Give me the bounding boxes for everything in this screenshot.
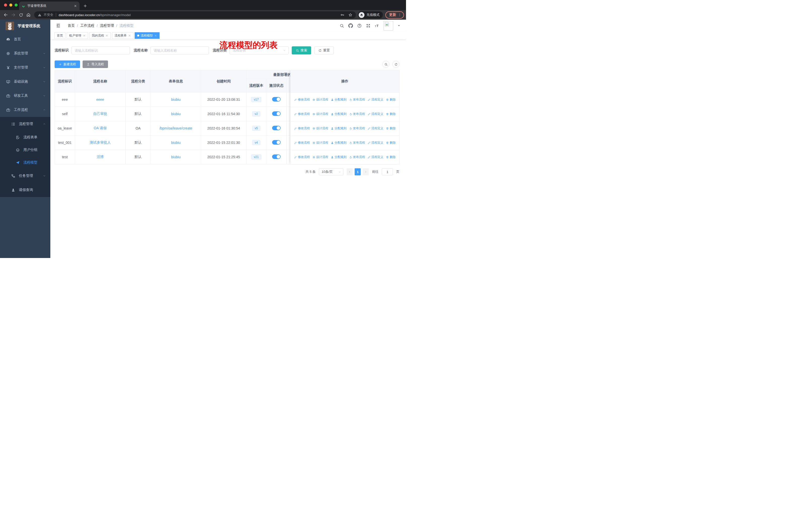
sidebar-item-user-group[interactable]: 用户分组 (0, 144, 50, 156)
bookmark-star-icon[interactable] (348, 13, 352, 17)
action-assign[interactable]: 分配规则 (331, 155, 347, 159)
breadcrumb-item[interactable]: 首页 (68, 23, 75, 28)
caret-down-icon[interactable] (398, 24, 401, 27)
reset-button[interactable]: 重置 (314, 46, 334, 54)
window-minimize-button[interactable] (9, 3, 12, 6)
form-info-link[interactable]: biubiu (171, 112, 180, 116)
action-edit[interactable]: 修改流程 (294, 126, 310, 131)
form-info-link[interactable]: biubiu (171, 155, 180, 159)
sidebar-item-workflow[interactable]: 工作流程 (0, 103, 50, 117)
active-toggle[interactable] (272, 155, 281, 159)
action-assign[interactable]: 分配规则 (331, 98, 347, 102)
action-delete[interactable]: 删除 (386, 112, 396, 116)
back-icon[interactable] (2, 11, 9, 19)
action-edit[interactable]: 修改流程 (294, 98, 310, 102)
breadcrumb-item[interactable]: 流程管理 (100, 23, 114, 28)
process-name-link[interactable]: 滔博 (97, 155, 104, 159)
tag-tenant[interactable]: 租户管理 (67, 32, 88, 39)
tab-close-icon[interactable] (74, 4, 77, 7)
new-tab-button[interactable] (83, 4, 87, 8)
key-icon[interactable] (340, 13, 344, 17)
search-icon[interactable] (340, 23, 344, 28)
action-edit[interactable]: 修改流程 (294, 155, 310, 159)
next-page-button[interactable] (363, 168, 369, 175)
action-publish[interactable]: 发布流程 (349, 112, 365, 116)
forward-icon[interactable] (9, 11, 17, 19)
close-icon[interactable] (106, 34, 108, 37)
action-design[interactable]: 设计流程 (312, 141, 328, 145)
action-publish[interactable]: 发布流程 (349, 126, 365, 131)
action-design[interactable]: 设计流程 (312, 112, 328, 116)
refresh-table-button[interactable] (393, 61, 400, 68)
action-publish[interactable]: 发布流程 (349, 155, 365, 159)
active-toggle[interactable] (272, 111, 281, 116)
action-definition[interactable]: 流程定义 (368, 112, 383, 116)
close-icon[interactable] (128, 34, 131, 37)
current-page[interactable]: 1 (355, 168, 361, 175)
action-definition[interactable]: 流程定义 (368, 126, 383, 131)
toggle-search-button[interactable] (382, 61, 389, 68)
menu-fold-icon[interactable] (56, 23, 61, 28)
table-scroll-area[interactable]: 流程标识 流程名称 流程分类 表单信息 创建时间 最新部署的流程定义 流程版本 … (55, 70, 290, 164)
sidebar-item-process-form[interactable]: 流程表单 (0, 131, 50, 144)
process-name-link[interactable]: 测试多审批人 (90, 140, 111, 144)
action-definition[interactable]: 流程定义 (368, 98, 383, 102)
github-icon[interactable] (348, 23, 353, 28)
action-delete[interactable]: 删除 (386, 98, 396, 102)
avatar[interactable] (384, 21, 393, 30)
app-logo[interactable]: 芋道管理系统 (0, 20, 50, 32)
action-assign[interactable]: 分配规则 (331, 112, 347, 116)
process-name-link[interactable]: OA 请假 (94, 126, 107, 130)
window-zoom-button[interactable] (14, 3, 18, 6)
action-design[interactable]: 设计流程 (312, 126, 328, 131)
update-button[interactable]: 更新 (385, 11, 404, 19)
action-assign[interactable]: 分配规则 (331, 141, 347, 145)
action-design[interactable]: 设计流程 (312, 155, 328, 159)
action-publish[interactable]: 发布流程 (349, 98, 365, 102)
address-bar[interactable]: 不安全 dashboard.yudao.iocoder.cn/bpm/manag… (34, 11, 356, 19)
action-delete[interactable]: 删除 (386, 126, 396, 131)
sidebar-item-leave-query[interactable]: 请假查询 (0, 183, 50, 197)
reload-icon[interactable] (17, 11, 25, 19)
form-info-link[interactable]: biubiu (171, 141, 180, 145)
window-close-button[interactable] (4, 3, 7, 6)
action-publish[interactable]: 发布流程 (349, 141, 365, 145)
import-process-button[interactable]: 导入流程 (83, 60, 108, 68)
form-info-link[interactable]: biubiu (171, 98, 180, 102)
goto-page-input[interactable] (382, 168, 393, 175)
action-design[interactable]: 设计流程 (312, 98, 328, 102)
search-button[interactable]: 搜索 (292, 46, 311, 54)
tag-process-form[interactable]: 流程表单 (112, 32, 134, 39)
active-toggle[interactable] (272, 126, 281, 130)
active-toggle[interactable] (272, 140, 281, 145)
sidebar-item-infra[interactable]: 基础设施 (0, 75, 50, 89)
prev-page-button[interactable] (347, 168, 353, 175)
process-name-link[interactable]: 自己审批 (93, 112, 107, 116)
sidebar-item-system[interactable]: 系统管理 (0, 46, 50, 60)
action-definition[interactable]: 流程定义 (368, 155, 383, 159)
action-delete[interactable]: 删除 (386, 155, 396, 159)
breadcrumb-item[interactable]: 工作流程 (80, 23, 94, 28)
process-key-input[interactable] (71, 46, 130, 54)
sidebar-item-task-manage[interactable]: 任务管理 (0, 169, 50, 183)
fullscreen-icon[interactable] (366, 23, 371, 28)
process-name-link[interactable]: eeee (96, 98, 104, 102)
create-process-button[interactable]: 新建流程 (55, 60, 80, 68)
tag-process-model[interactable]: 流程模型 (135, 32, 160, 39)
help-icon[interactable] (357, 23, 362, 28)
font-size-icon[interactable] (375, 23, 379, 28)
action-delete[interactable]: 删除 (386, 141, 396, 145)
sidebar-item-dev-tools[interactable]: 研发工具 (0, 89, 50, 103)
close-icon[interactable] (83, 34, 86, 37)
home-icon[interactable] (25, 11, 32, 19)
tag-my-process[interactable]: 我的流程 (89, 32, 111, 39)
browser-tab[interactable]: 芋道管理系统 (19, 1, 80, 10)
process-name-input[interactable] (150, 46, 209, 54)
action-definition[interactable]: 流程定义 (368, 141, 383, 145)
action-edit[interactable]: 修改流程 (294, 112, 310, 116)
action-edit[interactable]: 修改流程 (294, 141, 310, 145)
sidebar-item-home[interactable]: 首页 (0, 32, 50, 46)
form-info-link[interactable]: /bpm/oa/leave/create (159, 126, 192, 130)
sidebar-item-process-manage[interactable]: 流程管理 (0, 117, 50, 131)
sidebar-item-pay[interactable]: 支付管理 (0, 60, 50, 75)
